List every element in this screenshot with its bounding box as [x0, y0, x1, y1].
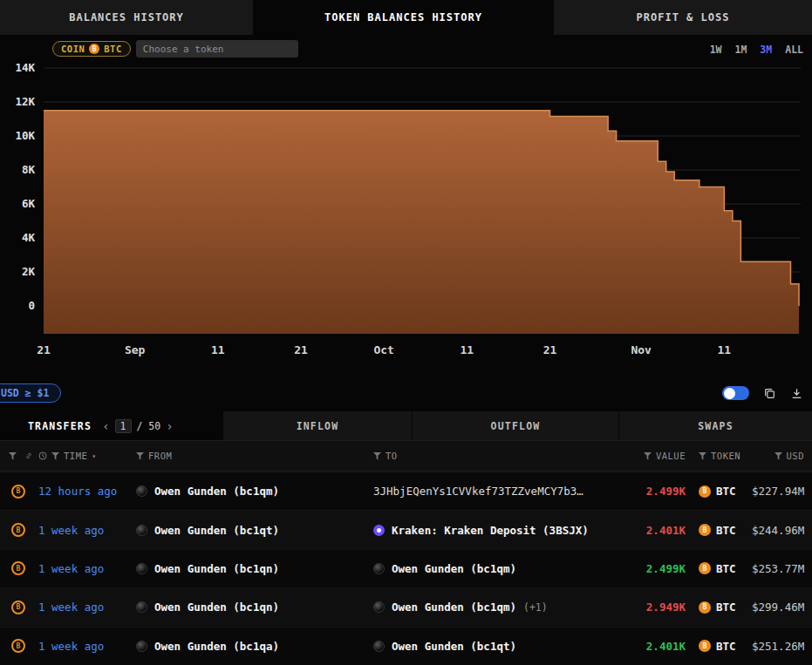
table-row[interactable]: B 12 hours ago Owen Gunden (bc1qm) 3JHbj… — [0, 472, 812, 510]
tab-balances-history[interactable]: BALANCES HISTORY — [0, 0, 253, 35]
transfer-time[interactable]: 12 hours ago — [38, 485, 136, 498]
tab-profit-and-loss[interactable]: PROFIT & LOSS — [554, 0, 812, 35]
balance-area-chart[interactable]: 14K12K10K8K6K4K2K021Sep1121Oct1121Nov11 — [0, 35, 812, 375]
transfer-to[interactable]: 3JHbjEQenYs1CVVkef73TZZveMCY7b3… — [373, 485, 631, 498]
bitcoin-chain-icon: B — [11, 523, 25, 537]
transfer-to[interactable]: Owen Gunden (bc1qm) — [373, 562, 631, 575]
from-entity-name: Owen Gunden (bc1qt) — [154, 524, 279, 537]
tab-swaps[interactable]: SWAPS — [618, 411, 812, 440]
col-to[interactable]: TO — [373, 451, 631, 461]
page-total: / 50 — [137, 420, 161, 432]
page-next-button[interactable]: › — [166, 420, 173, 432]
filter-icon — [644, 452, 652, 460]
page-prev-button[interactable]: ‹ — [102, 420, 109, 432]
tab-transfers[interactable]: TRANSFERS ‹ 1 / 50 › — [0, 411, 222, 440]
col-token[interactable]: TOKEN — [686, 451, 752, 461]
svg-text:11: 11 — [211, 343, 225, 356]
transfer-from[interactable]: Owen Gunden (bc1qa) — [136, 640, 373, 653]
filter-icon — [136, 452, 144, 460]
bitcoin-chain-icon: B — [11, 561, 25, 575]
transfer-to[interactable]: Kraken: Kraken Deposit (3BSJX) — [373, 524, 631, 537]
range-3m[interactable]: 3M — [760, 44, 772, 56]
chevron-down-icon: ▾ — [92, 452, 96, 460]
transfer-from[interactable]: Owen Gunden (bc1qm) — [136, 485, 373, 498]
transfer-usd-value: $253.77M — [752, 562, 812, 575]
btc-icon: B — [89, 44, 99, 54]
transfer-token[interactable]: B BTC — [686, 485, 752, 498]
transfer-value: 2.499K — [646, 485, 686, 498]
range-1w[interactable]: 1W — [710, 44, 722, 56]
transfer-from[interactable]: Owen Gunden (bc1qt) — [136, 524, 373, 537]
table-row[interactable]: B 1 week ago Owen Gunden (bc1qt) Kraken:… — [0, 510, 812, 548]
tab-inflow[interactable]: INFLOW — [222, 411, 412, 440]
copy-icon[interactable] — [763, 387, 776, 400]
from-entity-name: Owen Gunden (bc1qn) — [154, 601, 279, 614]
bitcoin-chain-icon: B — [11, 485, 25, 499]
filter-icon[interactable] — [9, 452, 17, 460]
tab-outflow[interactable]: OUTFLOW — [412, 411, 618, 440]
link-icon[interactable] — [24, 451, 33, 460]
svg-text:0: 0 — [28, 299, 35, 312]
to-entity-avatar — [373, 563, 385, 574]
svg-text:Nov: Nov — [631, 343, 652, 356]
col-usd-label: USD — [787, 451, 804, 461]
transfer-time[interactable]: 1 week ago — [38, 640, 136, 653]
table-row[interactable]: B 1 week ago Owen Gunden (bc1qn) Owen Gu… — [0, 587, 812, 626]
coin-filter-badge[interactable]: COIN B BTC — [52, 41, 131, 57]
transfer-time[interactable]: 1 week ago — [38, 562, 136, 575]
svg-text:Sep: Sep — [125, 343, 146, 356]
transfer-token[interactable]: B BTC — [686, 640, 752, 653]
token-symbol: BTC — [716, 524, 736, 537]
token-symbol: BTC — [716, 485, 736, 498]
token-search-input[interactable] — [136, 40, 298, 58]
transfer-token[interactable]: B BTC — [686, 524, 752, 537]
transfer-value: 2.949K — [646, 601, 686, 614]
time-range-selector: 1W 1M 3M ALL — [710, 44, 803, 56]
transfers-rows: B 12 hours ago Owen Gunden (bc1qm) 3JHbj… — [0, 472, 812, 665]
from-entity-avatar — [136, 525, 147, 536]
to-entity-name: Owen Gunden (bc1qm) — [392, 601, 516, 614]
col-from[interactable]: FROM — [136, 451, 373, 461]
btc-icon: B — [699, 601, 711, 614]
table-row[interactable]: B 1 week ago Owen Gunden (bc1qa) Owen Gu… — [0, 627, 812, 665]
bitcoin-chain-icon: B — [11, 601, 25, 614]
transfer-value: 2.401K — [646, 524, 686, 537]
table-row[interactable]: B 1 week ago Owen Gunden (bc1qn) Owen Gu… — [0, 549, 812, 587]
from-entity-avatar — [136, 641, 147, 652]
tab-token-balances-history[interactable]: TOKEN BALANCES HISTORY — [253, 0, 554, 35]
transfer-to[interactable]: Owen Gunden (bc1qm) (+1) — [373, 601, 631, 614]
coin-filter-token: BTC — [104, 44, 121, 54]
token-balance-chart: COIN B BTC 1W 1M 3M ALL 14K12K10K8K6K4K2… — [0, 35, 812, 375]
range-1m[interactable]: 1M — [735, 44, 747, 56]
filter-toolbar: USD ≥ $1 — [0, 375, 812, 411]
col-value[interactable]: VALUE — [631, 451, 686, 461]
svg-text:10K: 10K — [15, 129, 35, 142]
col-from-label: FROM — [148, 451, 172, 461]
transfer-time[interactable]: 1 week ago — [38, 601, 136, 614]
col-usd[interactable]: USD — [752, 451, 812, 461]
from-entity-name: Owen Gunden (bc1qm) — [154, 485, 279, 498]
col-value-label: VALUE — [656, 451, 686, 461]
coin-filter-label: COIN — [61, 44, 85, 54]
transfer-from[interactable]: Owen Gunden (bc1qn) — [136, 601, 373, 614]
from-entity-avatar — [136, 563, 147, 574]
usd-min-filter-pill[interactable]: USD ≥ $1 — [0, 383, 61, 403]
transfer-from[interactable]: Owen Gunden (bc1qn) — [136, 562, 373, 575]
transfer-token[interactable]: B BTC — [686, 601, 752, 614]
col-time[interactable]: TIME ▾ — [38, 451, 136, 461]
download-icon[interactable] — [790, 387, 803, 400]
to-entity-name: Kraken: Kraken Deposit (3BSJX) — [392, 524, 589, 537]
btc-icon: B — [699, 640, 711, 652]
from-entity-avatar — [136, 485, 147, 497]
transfer-time[interactable]: 1 week ago — [38, 524, 136, 537]
svg-text:2K: 2K — [22, 265, 36, 278]
transfer-token[interactable]: B BTC — [686, 562, 752, 575]
range-all[interactable]: ALL — [785, 44, 803, 56]
transfer-to[interactable]: Owen Gunden (bc1qt) — [373, 640, 631, 653]
chart-toggle[interactable] — [722, 386, 749, 400]
svg-text:12K: 12K — [15, 95, 35, 108]
to-entity-name: 3JHbjEQenYs1CVVkef73TZZveMCY7b3… — [373, 485, 583, 498]
to-extra-count: (+1) — [523, 601, 548, 614]
svg-text:21: 21 — [543, 343, 557, 356]
token-symbol: BTC — [716, 601, 736, 614]
